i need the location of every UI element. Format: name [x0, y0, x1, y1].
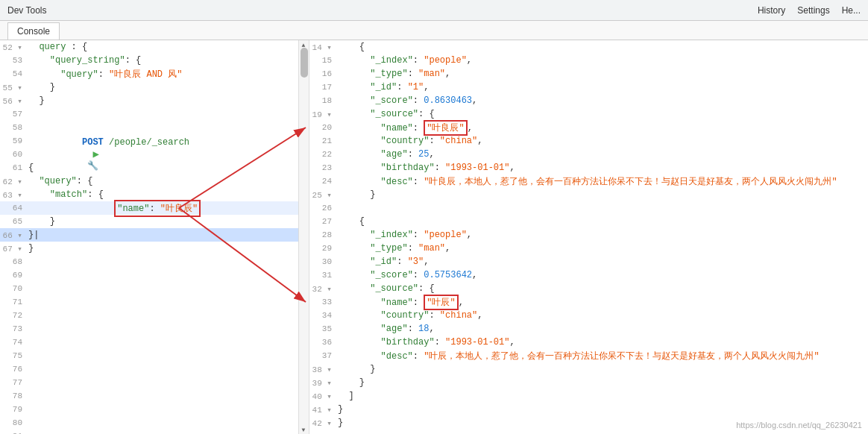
top-bar-actions: History Settings He...	[758, 5, 861, 16]
line-content: "name": "叶良辰",	[338, 120, 868, 136]
line-num: 52 ▾	[0, 43, 28, 52]
line-num: 41 ▾	[309, 405, 338, 415]
line-num: 31	[309, 271, 338, 280]
line-num: 80	[0, 418, 28, 427]
line-num: 32 ▾	[309, 284, 338, 294]
line-content: ]	[338, 391, 868, 401]
line-num: 75	[0, 351, 28, 360]
line-content: query : {	[28, 42, 309, 52]
line-content: "_type": "man",	[338, 69, 868, 79]
line-num: 76	[0, 365, 28, 374]
line-content: "query": "叶良辰 AND 风"	[28, 68, 309, 81]
right-code-line: 37 "desc": "叶辰，本地人，惹了他，会有一百种方法让你呆不下去！与赵天…	[309, 349, 868, 362]
code-line: 76	[0, 362, 309, 376]
right-code-line: 22 "age": 25,	[309, 148, 868, 161]
line-num: 54	[0, 69, 28, 78]
line-num: 79	[0, 405, 28, 414]
line-content: "_score": 0.5753642,	[338, 270, 868, 280]
line-content: }	[338, 404, 868, 415]
right-code-area[interactable]: 14 ▾ { 15 "_index": "people", 16 "_type"…	[309, 40, 868, 434]
right-code-line: 28 "_index": "people",	[309, 228, 868, 242]
right-code-line: 40 ▾ ]	[309, 389, 868, 403]
settings-button[interactable]: Settings	[797, 5, 829, 16]
line-content: "_source": {	[338, 109, 868, 119]
line-num: 60	[0, 150, 28, 159]
line-num: 59	[0, 136, 28, 145]
right-code-line: 18 "_score": 0.8630463,	[309, 94, 868, 107]
line-num: 19 ▾	[309, 110, 338, 119]
line-content: "age": 18,	[338, 324, 868, 334]
line-content: "query_string": {	[28, 55, 309, 66]
right-code-line: 36 "birthday": "1993-01-01",	[309, 336, 868, 349]
line-content: "name": "叶辰",	[338, 295, 868, 310]
right-code-line: 27 {	[309, 215, 868, 228]
left-panel: 52 ▾ query : { 53 "query_string": { 54 "…	[0, 40, 309, 434]
line-num: 21	[309, 136, 338, 145]
code-line: 79	[0, 403, 309, 416]
code-line: 69	[0, 268, 309, 282]
right-code-line: 29 "_type": "man",	[309, 242, 868, 255]
code-line: 56 ▾ }	[0, 94, 309, 107]
code-line: 57	[0, 107, 309, 121]
line-content: "_source": {	[338, 283, 868, 294]
right-code-line: 41 ▾ }	[309, 403, 868, 416]
line-content: }|	[28, 230, 309, 240]
help-button[interactable]: He...	[842, 5, 861, 16]
line-content: {	[28, 163, 309, 173]
code-line: 70	[0, 282, 309, 295]
line-content: }	[28, 216, 309, 227]
line-num: 27	[309, 217, 338, 226]
line-num: 26	[309, 204, 338, 213]
right-code-line: 32 ▾ "_source": {	[309, 282, 868, 295]
watermark: https://blog.csdn.net/qq_26230421	[736, 421, 862, 430]
left-code-area[interactable]: 52 ▾ query : { 53 "query_string": { 54 "…	[0, 40, 309, 434]
console-tab[interactable]: Console	[7, 22, 60, 40]
line-num: 37	[309, 351, 338, 360]
line-content: "desc": "叶良辰，本地人，惹了他，会有一百种方法让你呆不下去！与赵日天是…	[338, 175, 868, 188]
left-scrollbar[interactable]: ▲ ▼	[298, 40, 309, 434]
line-content: "_id": "1",	[338, 82, 868, 92]
code-line-active: 66 ▾ }|	[0, 228, 309, 242]
line-content: "desc": "叶辰，本地人，惹了他，会有一百种方法让你呆不下去！与赵天是好基…	[338, 350, 868, 362]
line-num: 61	[0, 163, 28, 172]
code-line: 73	[0, 322, 309, 336]
line-num: 23	[309, 163, 338, 172]
code-line: 80	[0, 416, 309, 430]
line-num: 77	[0, 378, 28, 387]
code-line: 78	[0, 389, 309, 403]
line-num: 69	[0, 271, 28, 280]
line-num: 34	[309, 311, 338, 320]
code-line: 75	[0, 349, 309, 362]
line-num: 18	[309, 96, 338, 105]
line-num: 78	[0, 391, 28, 400]
line-content: "_score": 0.8630463,	[338, 95, 868, 106]
line-num: 36	[309, 338, 338, 347]
line-content: "birthday": "1993-01-01",	[338, 337, 868, 347]
code-line: 62 ▾ "query": {	[0, 174, 309, 188]
code-line: 72	[0, 309, 309, 322]
right-code-line-name1: 20 "name": "叶良辰",	[309, 121, 868, 134]
line-num: 25 ▾	[309, 190, 338, 200]
line-content: }	[28, 82, 309, 92]
line-num: 68	[0, 257, 28, 266]
history-button[interactable]: History	[758, 5, 785, 16]
line-content: }	[338, 377, 868, 388]
line-num: 15	[309, 56, 338, 65]
scrollbar-thumb[interactable]	[301, 48, 308, 78]
line-content: "_type": "man",	[338, 243, 868, 254]
right-code-line: 24 "desc": "叶良辰，本地人，惹了他，会有一百种方法让你呆不下去！与赵…	[309, 174, 868, 188]
code-line: 74	[0, 336, 309, 349]
right-code-line: 34 "country": "china",	[309, 309, 868, 322]
right-code-line: 14 ▾ {	[309, 40, 868, 54]
line-num: 33	[309, 298, 338, 306]
line-content: }	[28, 243, 309, 254]
line-num: 72	[0, 311, 28, 320]
right-code-line: 31 "_score": 0.5753642,	[309, 268, 868, 282]
line-num: 42 ▾	[309, 418, 338, 428]
code-line: 77	[0, 376, 309, 389]
scroll-down-button[interactable]: ▼	[299, 425, 308, 434]
line-content: POST /people/_search ▶ 🔧	[28, 127, 309, 182]
line-content: "country": "china",	[338, 310, 868, 321]
line-num: 40 ▾	[309, 391, 338, 401]
code-line: 71	[0, 295, 309, 309]
